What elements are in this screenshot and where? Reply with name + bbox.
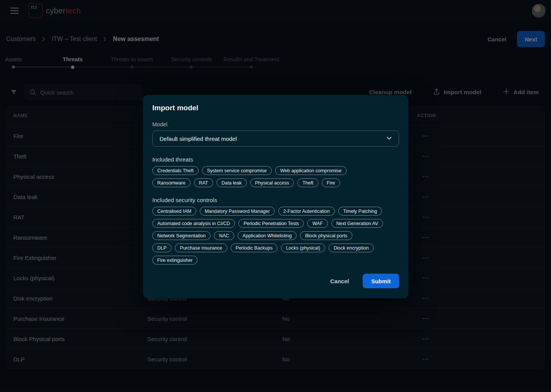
chip-mandatory-password-manager: Mandatory Password Manager — [200, 207, 275, 216]
chip-centralised-iam: Centralised IAM — [152, 207, 196, 216]
chip-automated-code-analysis-in-ci-cd: Automated code analysis in CI/CD — [152, 219, 235, 228]
chip-row: Centralised IAMMandatory Password Manage… — [152, 207, 399, 216]
chevron-down-icon — [386, 135, 393, 143]
chip-physical-access: Physical access — [250, 178, 294, 187]
dialog-title: Import model — [152, 104, 399, 112]
model-field-label: Model — [152, 121, 399, 127]
chip-dlp: DLP — [152, 243, 171, 252]
chip-disck-encryption: Disck encryption — [329, 243, 374, 252]
chip-credentials-theft: Credentials Theft — [152, 166, 199, 175]
chip-block-physical-ports: Block physical ports — [300, 231, 352, 240]
chip-nac: NAC — [214, 231, 234, 240]
threat-chip-list: Credentials TheftSystem service compromi… — [152, 166, 399, 187]
chip-purchase-insurance: Purchase insurance — [175, 243, 227, 252]
chip-data-leak: Data leak — [217, 178, 247, 187]
chip-timely-patching: Timely Patching — [338, 207, 382, 216]
chip-periodic-penetration-tests: Periodic Penetration Tests — [238, 219, 304, 228]
chip-row: Automated code analysis in CI/CDPeriodic… — [152, 219, 399, 228]
chip-fire-extinguisher: Fire extinguisher — [152, 256, 197, 265]
included-threats-label: Included threats — [152, 156, 399, 163]
chip-row: Network SegmentationNACApplication White… — [152, 231, 399, 240]
import-model-dialog: Import model Model Default simplified th… — [143, 95, 408, 298]
chip-locks-physical-: Locks (physical) — [281, 243, 325, 252]
dialog-submit-button[interactable]: Submit — [363, 274, 399, 288]
chip-row: DLPPurchase insurancePeriodic BackupsLoc… — [152, 243, 399, 252]
chip-rat: RAT — [194, 178, 213, 187]
chip-periodic-backups: Periodic Backups — [231, 243, 278, 252]
chip-web-application-compromise: Web application compromise — [275, 166, 346, 175]
control-chip-list: Centralised IAMMandatory Password Manage… — [152, 207, 399, 265]
chip-theft: Theft — [297, 178, 318, 187]
chip-system-service-compromise: System service compromise — [202, 166, 272, 175]
model-select-value: Default simplified threat model — [160, 136, 386, 142]
chip-network-segmentation: Network Segmentation — [152, 231, 210, 240]
dialog-cancel-button[interactable]: Cancel — [326, 275, 353, 287]
chip-fire: Fire — [322, 178, 340, 187]
chip-row: RansomwareRATData leakPhysical accessThe… — [152, 178, 399, 187]
chip-waf: WAF — [307, 219, 328, 228]
chip-ransomware: Ransomware — [152, 178, 191, 187]
included-controls-label: Included security controls — [152, 197, 399, 203]
model-select[interactable]: Default simplified threat model — [152, 131, 399, 147]
chip-application-whitelisting: Application Whitelisting — [238, 231, 297, 240]
chip-2-factor-autentication: 2-Factor Autentication — [278, 207, 335, 216]
chip-next-generation-av: Next Generation AV — [331, 219, 383, 228]
chip-row: Fire extinguisher — [152, 256, 399, 265]
chip-row: Credentials TheftSystem service compromi… — [152, 166, 399, 175]
